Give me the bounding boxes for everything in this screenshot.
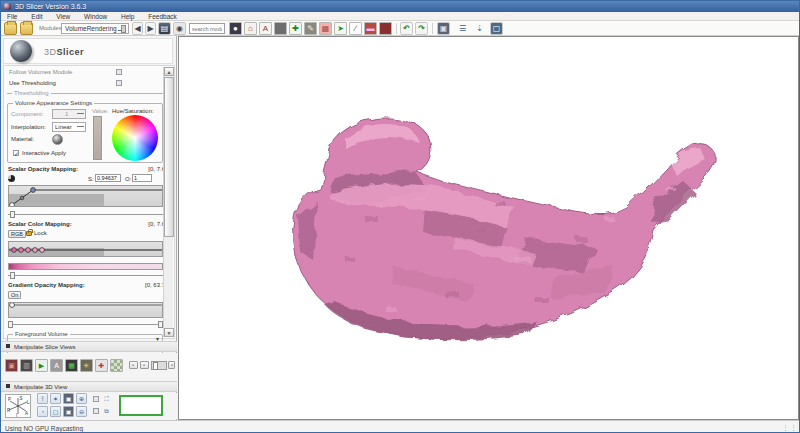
editor-module-icon[interactable]: ✎: [304, 22, 317, 35]
scalar-color-editor[interactable]: [8, 241, 163, 257]
save-scene-icon[interactable]: ▣: [437, 22, 450, 35]
view-background-swatch[interactable]: [119, 395, 163, 416]
volumes-module-icon[interactable]: [274, 22, 287, 35]
undo-icon[interactable]: ↶: [400, 22, 413, 35]
measurements-module-icon[interactable]: A: [259, 22, 272, 35]
colors-module-icon[interactable]: ▦: [319, 22, 332, 35]
menu-edit[interactable]: Edit: [25, 12, 48, 21]
o-value-field[interactable]: [132, 174, 152, 182]
settings-scrollbar[interactable]: ▲ ▼: [163, 67, 173, 337]
slider-groove: [8, 324, 163, 325]
menu-help[interactable]: Help: [115, 12, 140, 21]
lock-row[interactable]: Lock: [26, 230, 47, 236]
view-3d-section-header[interactable]: Manipulate 3D View: [1, 381, 177, 392]
appearance-group-title[interactable]: Volume Appearance Settings: [13, 100, 94, 106]
slider-handle[interactable]: [10, 211, 15, 218]
menu-file[interactable]: File: [1, 12, 23, 21]
use-thresholding-checkbox[interactable]: [116, 80, 122, 86]
slice-views-section-title: Manipulate Slice Views: [14, 344, 76, 350]
box-visibility-icon[interactable]: ▢: [50, 406, 61, 417]
load-scene-icon[interactable]: [4, 22, 17, 35]
zoom-in-icon[interactable]: ⊕: [76, 393, 87, 404]
slice-fit-icon[interactable]: ▥: [20, 359, 33, 372]
follow-volumes-checkbox[interactable]: [116, 69, 122, 75]
menu-feedback[interactable]: Feedback: [142, 12, 183, 21]
interpolation-select[interactable]: Linear: [52, 122, 86, 132]
foreground-volume-title[interactable]: Foreground Volume: [13, 331, 70, 337]
s-value-field[interactable]: [95, 174, 121, 182]
slice-fade-slider[interactable]: [151, 361, 167, 370]
material-label: Material:: [11, 136, 34, 142]
rock-icon[interactable]: ◔: [37, 406, 48, 417]
interpolation-value: Linear: [55, 124, 72, 130]
camera-icon[interactable]: ▣: [63, 393, 74, 404]
thresholding-group-title[interactable]: Thresholding: [12, 90, 51, 96]
stereo-checkbox[interactable]: [93, 408, 99, 414]
screenshot-capture-icon[interactable]: ▢: [490, 22, 503, 35]
home-module-icon[interactable]: ⌂: [244, 22, 257, 35]
hue-saturation-wheel[interactable]: [112, 115, 158, 161]
interactive-apply-checkbox[interactable]: [13, 150, 19, 156]
orientation-axes-widget[interactable]: P S L A I R: [5, 394, 31, 418]
slice-views-section-header[interactable]: Manipulate Slice Views: [1, 341, 177, 352]
slice-fade-end-button[interactable]: ▫: [168, 361, 175, 369]
mouse-mode-icon[interactable]: ☰: [456, 22, 469, 35]
module-forward-button[interactable]: ▶: [145, 22, 156, 35]
zoom-fit-icon[interactable]: [8, 175, 15, 182]
menu-view[interactable]: View: [50, 12, 76, 21]
status-bar: Using NO GPU Raycasting ⋮⋮: [1, 420, 800, 433]
layout-select-icon[interactable]: ▤: [158, 22, 171, 35]
value-bar[interactable]: [93, 116, 102, 160]
color-gradient-bar[interactable]: [8, 263, 163, 270]
gradient-on-button[interactable]: On: [8, 291, 21, 299]
scroll-up-icon[interactable]: ▲: [164, 67, 174, 76]
stereo-icon: ⧉: [101, 406, 112, 417]
rgb-button[interactable]: RGB: [8, 230, 26, 238]
slider-handle[interactable]: [10, 272, 15, 279]
slice-visibility-icon[interactable]: ▣: [5, 359, 18, 372]
redo-icon[interactable]: ↷: [415, 22, 428, 35]
pitch-up-icon[interactable]: ⤒: [37, 393, 48, 404]
slice-label-icon[interactable]: A: [50, 359, 63, 372]
scalar-opacity-slider[interactable]: [8, 211, 163, 218]
title-bar[interactable]: 3D Slicer Version 3.6.3: [1, 1, 800, 12]
fiducials-module-icon[interactable]: ✚: [289, 22, 302, 35]
scroll-thumb[interactable]: [164, 77, 174, 237]
spin-icon[interactable]: ✶: [50, 393, 61, 404]
annotations-module-icon[interactable]: ∕: [349, 22, 362, 35]
place-fiducial-icon[interactable]: ⇣: [473, 22, 486, 35]
scalar-opacity-editor[interactable]: [8, 185, 163, 207]
slice-opacity-button-b[interactable]: ▫: [140, 361, 149, 369]
material-sphere-icon[interactable]: [52, 134, 63, 145]
slice-fade-handle[interactable]: [153, 362, 158, 370]
module-search-input[interactable]: [189, 23, 225, 34]
threed-viewport[interactable]: [178, 36, 799, 420]
find-module-icon[interactable]: ●: [229, 22, 242, 35]
menu-window[interactable]: Window: [78, 12, 113, 21]
module-back-button[interactable]: ◀: [132, 22, 143, 35]
axis-r-label: R: [7, 408, 11, 413]
slice-star-icon[interactable]: ✳: [80, 359, 93, 372]
scroll-down-icon[interactable]: ▼: [164, 328, 174, 337]
window-resize-grip[interactable]: ⋮⋮: [782, 424, 798, 432]
interpolation-knob-icon: [77, 126, 84, 127]
layouts-module-icon[interactable]: ▬: [364, 22, 377, 35]
screen-mode-icon[interactable]: ◉: [173, 22, 186, 35]
slice-crosshair-icon[interactable]: ✚: [95, 359, 108, 372]
transforms-module-icon[interactable]: ➤: [334, 22, 347, 35]
gradient-opacity-editor[interactable]: [8, 302, 163, 318]
import-scene-icon[interactable]: [20, 22, 33, 35]
slice-checker-icon[interactable]: [110, 359, 123, 372]
orthographic-checkbox[interactable]: [93, 396, 99, 402]
scalar-color-slider[interactable]: [8, 272, 163, 279]
gradient-opacity-slider[interactable]: [8, 321, 163, 328]
data-module-icon[interactable]: [379, 22, 392, 35]
module-selector[interactable]: VolumeRendering: [61, 23, 129, 34]
slice-link-icon[interactable]: ▶: [35, 359, 48, 372]
zoom-out-icon[interactable]: ⊖: [76, 406, 87, 417]
slice-opacity-button-a[interactable]: ▫: [129, 361, 138, 369]
slider-handle-low[interactable]: [8, 321, 13, 328]
camera-reset-icon[interactable]: ▣: [63, 406, 74, 417]
slice-layout-icon[interactable]: ▦: [65, 359, 78, 372]
component-select[interactable]: 1: [52, 109, 86, 119]
